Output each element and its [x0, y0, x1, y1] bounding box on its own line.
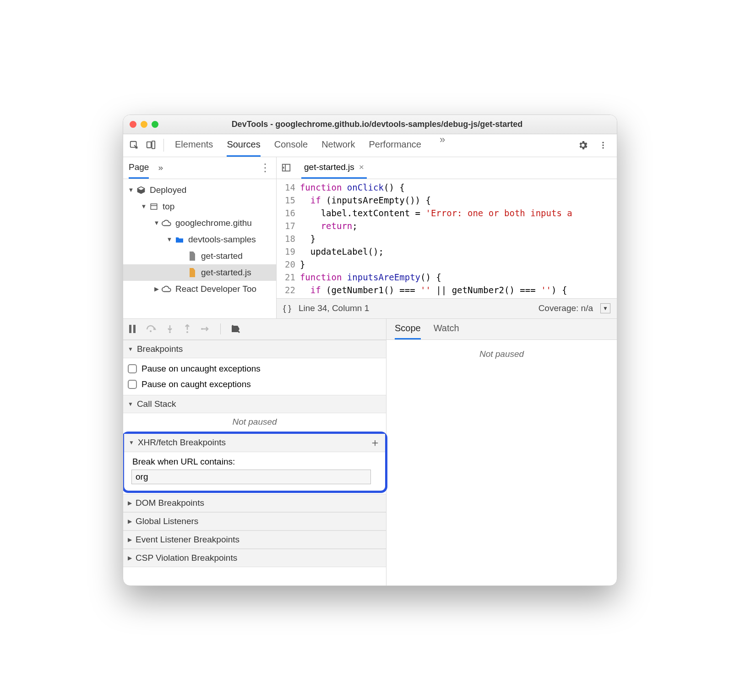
svg-point-14: [169, 331, 171, 333]
tree-node-top[interactable]: ▼top: [123, 198, 276, 215]
svg-rect-1: [147, 142, 151, 148]
file-tree: ▼Deployed ▼top ▼googlechrome.githu ▼devt…: [123, 179, 276, 300]
devtools-window: DevTools - googlechrome.github.io/devtoo…: [123, 115, 617, 586]
tree-node-folder[interactable]: ▼devtools-samples: [123, 231, 276, 248]
editor-tabs: get-started.js ×: [277, 157, 617, 179]
pause-icon[interactable]: [129, 325, 136, 333]
close-tab-icon[interactable]: ×: [359, 162, 364, 172]
callstack-empty: Not paused: [123, 413, 386, 431]
debugger-area: ▼Breakpoints Pause on uncaught exception…: [123, 318, 617, 585]
more-nav-icon[interactable]: »: [158, 163, 163, 173]
deactivate-bp-icon[interactable]: [231, 324, 241, 334]
cursor-position: Line 34, Column 1: [299, 303, 369, 313]
editor-status: { } Line 34, Column 1 Coverage: n/a ▼: [277, 298, 617, 318]
add-xhr-icon[interactable]: ＋: [370, 435, 381, 450]
svg-point-12: [150, 330, 152, 332]
file-tab[interactable]: get-started.js ×: [301, 157, 367, 179]
device-icon[interactable]: [144, 140, 157, 150]
debug-pane: ▼Breakpoints Pause on uncaught exception…: [123, 319, 386, 585]
svg-rect-6: [151, 204, 157, 209]
kebab-icon[interactable]: ⋮: [260, 161, 271, 174]
kebab-icon[interactable]: [597, 140, 609, 151]
tab-scope[interactable]: Scope: [395, 318, 421, 339]
file-icon: [187, 252, 197, 261]
scope-tabs: Scope Watch: [386, 319, 617, 340]
cloud-icon: [162, 219, 172, 227]
section-xhr[interactable]: ▼XHR/fetch Breakpoints＋: [124, 434, 385, 452]
box-icon: [136, 186, 146, 195]
xhr-body: Break when URL contains:: [124, 452, 385, 491]
code-lines: function onClick() { if (inputsAreEmpty(…: [300, 179, 572, 298]
coverage-label: Coverage: n/a: [539, 303, 593, 313]
toggle-nav-icon[interactable]: [281, 163, 295, 173]
tab-sources[interactable]: Sources: [227, 134, 260, 157]
section-eventlistener[interactable]: ▶Event Listener Breakpoints: [123, 530, 386, 549]
main-toolbar: Elements Sources Console Network Perform…: [123, 134, 617, 157]
tab-page[interactable]: Page: [129, 157, 149, 179]
main-tabs: Elements Sources Console Network Perform…: [170, 134, 573, 157]
window-title: DevTools - googlechrome.github.io/devtoo…: [144, 120, 610, 129]
close-dot[interactable]: [130, 121, 136, 128]
braces-icon[interactable]: { }: [283, 303, 291, 313]
section-callstack[interactable]: ▼Call Stack: [123, 395, 386, 413]
svg-point-16: [186, 331, 188, 333]
scope-empty: Not paused: [386, 340, 617, 363]
pause-caught-row[interactable]: Pause on caught exceptions: [128, 377, 381, 392]
folder-icon: [174, 236, 185, 243]
file-tab-label: get-started.js: [304, 162, 354, 172]
xhr-highlight: ▼XHR/fetch Breakpoints＋ Break when URL c…: [123, 432, 387, 493]
breakpoints-body: Pause on uncaught exceptions Pause on ca…: [123, 358, 386, 395]
tree-file-js[interactable]: get-started.js: [123, 264, 276, 281]
step-over-icon[interactable]: [146, 325, 156, 333]
navigator-tabs: Page » ⋮: [123, 157, 276, 179]
svg-point-4: [602, 144, 604, 146]
tab-watch[interactable]: Watch: [434, 318, 459, 339]
tab-performance[interactable]: Performance: [369, 134, 422, 157]
tree-file-html[interactable]: get-started: [123, 248, 276, 264]
step-icon[interactable]: [201, 326, 210, 332]
svg-rect-10: [129, 325, 131, 333]
checkbox[interactable]: [128, 364, 137, 373]
separator: [220, 323, 221, 334]
titlebar: DevTools - googlechrome.github.io/devtoo…: [123, 115, 617, 134]
inspect-icon[interactable]: [128, 140, 141, 150]
section-dom[interactable]: ▶DOM Breakpoints: [123, 494, 386, 512]
tab-network[interactable]: Network: [321, 134, 355, 157]
file-js-icon: [187, 268, 197, 277]
navigator-sidebar: Page » ⋮ ▼Deployed ▼top ▼googlechrome.gi…: [123, 157, 277, 318]
scope-pane: Scope Watch Not paused: [386, 319, 617, 585]
content-area: Page » ⋮ ▼Deployed ▼top ▼googlechrome.gi…: [123, 157, 617, 318]
xhr-url-input[interactable]: [131, 470, 371, 484]
svg-rect-2: [152, 141, 155, 149]
code-editor[interactable]: 141516171819202122 function onClick() { …: [277, 179, 617, 298]
svg-point-5: [602, 147, 604, 148]
separator: [163, 139, 164, 152]
cloud-icon: [162, 285, 172, 293]
section-global[interactable]: ▶Global Listeners: [123, 512, 386, 530]
gear-icon[interactable]: [577, 140, 589, 151]
svg-point-18: [201, 328, 203, 330]
section-csp[interactable]: ▶CSP Violation Breakpoints: [123, 549, 386, 567]
debug-toolbar: [123, 319, 386, 340]
tree-node-deployed[interactable]: ▼Deployed: [123, 182, 276, 198]
tree-node-domain[interactable]: ▼googlechrome.githu: [123, 215, 276, 231]
editor-area: get-started.js × 141516171819202122 func…: [277, 157, 617, 318]
xhr-label: Break when URL contains:: [129, 455, 381, 468]
tree-node-ext[interactable]: ▶React Developer Too: [123, 281, 276, 297]
step-into-icon[interactable]: [166, 324, 174, 334]
gutter: 141516171819202122: [277, 179, 300, 298]
dropdown-icon[interactable]: ▼: [600, 303, 610, 313]
section-breakpoints[interactable]: ▼Breakpoints: [123, 340, 386, 358]
pause-uncaught-row[interactable]: Pause on uncaught exceptions: [128, 361, 381, 377]
checkbox[interactable]: [128, 380, 137, 389]
svg-point-3: [602, 142, 604, 143]
step-out-icon[interactable]: [184, 324, 191, 334]
svg-rect-11: [133, 325, 136, 333]
tab-elements[interactable]: Elements: [175, 134, 213, 157]
more-tabs-icon[interactable]: »: [435, 134, 450, 157]
frame-icon: [149, 202, 159, 211]
tab-console[interactable]: Console: [274, 134, 308, 157]
